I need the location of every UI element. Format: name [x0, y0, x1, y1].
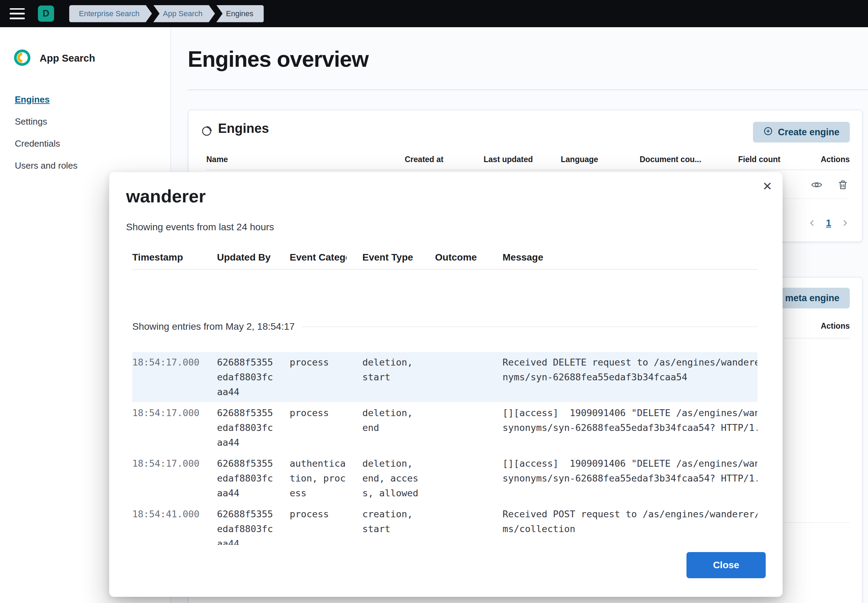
modal-close-button[interactable]: Close [687, 552, 766, 578]
log-event-type: deletion, end [362, 405, 419, 450]
sidebar-item-settings[interactable]: Settings [15, 116, 170, 127]
chevron-left-icon [808, 218, 817, 227]
log-outcome [435, 405, 487, 450]
column-language: Language [561, 155, 640, 164]
column-updated-by: Updated By [217, 252, 274, 263]
entries-divider: Showing entries from May 2, 18:54:17 [132, 321, 758, 332]
log-event-category: process [290, 355, 347, 399]
page-number-1[interactable]: 1 [826, 218, 831, 229]
trash-icon [837, 179, 849, 191]
page-divider [188, 90, 868, 90]
sidebar-title: App Search [40, 53, 95, 64]
modal-subtitle: Showing events from last 24 hours [126, 222, 766, 233]
engines-icon [201, 125, 212, 138]
log-event-type: deletion, start [362, 355, 419, 399]
column-name: Name [206, 155, 405, 164]
log-message: Received POST request to /as/engines/wan… [502, 507, 758, 545]
pagination: 1 [805, 215, 852, 230]
log-updated-by: 62688f5355edaf8803fcaa44 [217, 456, 274, 501]
column-last-updated: Last updated [484, 155, 561, 164]
breadcrumb-app-search[interactable]: App Search [153, 5, 215, 22]
column-document-count: Document cou... [640, 155, 738, 164]
sidebar-item-users-and-roles[interactable]: Users and roles [15, 161, 170, 171]
log-row: 18:54:41.000 62688f5355edaf8803fcaa44 pr… [132, 504, 758, 545]
create-engine-button[interactable]: Create engine [753, 122, 850, 142]
engines-table-header: Name Created at Last updated Language Do… [206, 155, 850, 170]
log-outcome [435, 456, 487, 501]
engines-panel-title: Engines [218, 121, 269, 136]
log-timestamp: 18:54:17.000 [132, 456, 201, 501]
breadcrumb-enterprise-search[interactable]: Enterprise Search [69, 5, 152, 22]
column-event-type: Event Type [362, 252, 419, 263]
app-search-logo-icon [14, 49, 31, 68]
log-event-category: process [290, 507, 347, 545]
column-outcome: Outcome [435, 252, 487, 263]
log-event-type: creation, start [362, 507, 419, 545]
entries-divider-label: Showing entries from May 2, 18:54:17 [132, 321, 295, 332]
column-actions: Actions [807, 155, 850, 164]
log-outcome [435, 507, 487, 545]
breadcrumb-engines: Engines [216, 5, 264, 22]
modal-title: wanderer [126, 186, 766, 207]
log-row: 18:54:17.000 62688f5355edaf8803fcaa44 pr… [132, 403, 758, 453]
log-row: 18:54:17.000 62688f5355edaf8803fcaa44 pr… [132, 352, 758, 402]
sidebar-nav: Engines Settings Credentials Users and r… [0, 68, 170, 182]
log-updated-by: 62688f5355edaf8803fcaa44 [217, 405, 274, 450]
log-event-type: deletion, end, access, allowed [362, 456, 419, 501]
sidebar-item-engines[interactable]: Engines [15, 94, 170, 105]
menu-icon[interactable] [10, 8, 25, 20]
event-log-rows: 18:54:17.000 62688f5355edaf8803fcaa44 pr… [132, 352, 758, 545]
log-updated-by: 62688f5355edaf8803fcaa44 [217, 507, 274, 545]
log-message: [][access] 1909091406 "DELETE /as/engine… [502, 405, 758, 450]
column-timestamp: Timestamp [132, 252, 201, 263]
create-engine-label: Create engine [778, 127, 839, 138]
log-event-category: process [290, 405, 347, 450]
entries-divider-rule [302, 326, 758, 327]
page-title: Engines overview [188, 46, 369, 72]
close-icon[interactable]: ✕ [759, 177, 776, 195]
chevron-right-icon [840, 218, 849, 227]
eye-icon [811, 179, 823, 191]
topbar: D Enterprise Search App Search Engines [0, 0, 868, 27]
event-log-table: Timestamp Updated By Event Category Even… [132, 252, 758, 545]
plus-circle-icon [763, 126, 773, 138]
column-field-count: Field count [738, 155, 807, 164]
column-created-at: Created at [405, 155, 484, 164]
log-updated-by: 62688f5355edaf8803fcaa44 [217, 355, 274, 399]
log-timestamp: 18:54:41.000 [132, 507, 201, 545]
log-event-category: authentication, process [290, 456, 347, 501]
log-message: Received DELETE request to /as/engines/w… [502, 355, 758, 399]
avatar[interactable]: D [38, 6, 54, 22]
event-log-header: Timestamp Updated By Event Category Even… [132, 252, 758, 269]
next-page-button[interactable] [838, 216, 852, 230]
breadcrumb: Enterprise Search App Search Engines [69, 5, 264, 22]
log-row: 18:54:17.000 62688f5355edaf8803fcaa44 au… [132, 453, 758, 503]
view-engine-button[interactable] [810, 178, 823, 192]
log-message: [][access] 1909091406 "DELETE /as/engine… [502, 456, 758, 501]
sidebar-item-credentials[interactable]: Credentials [15, 138, 170, 149]
meta-column-actions: Actions [821, 322, 850, 331]
log-outcome [435, 355, 487, 399]
previous-page-button[interactable] [805, 216, 819, 230]
column-event-category: Event Category [290, 252, 347, 263]
delete-engine-button[interactable] [836, 178, 850, 192]
log-timestamp: 18:54:17.000 [132, 355, 201, 399]
log-timestamp: 18:54:17.000 [132, 405, 201, 450]
column-message: Message [502, 252, 758, 263]
event-log-modal: ✕ wanderer Showing events from last 24 h… [109, 172, 783, 597]
